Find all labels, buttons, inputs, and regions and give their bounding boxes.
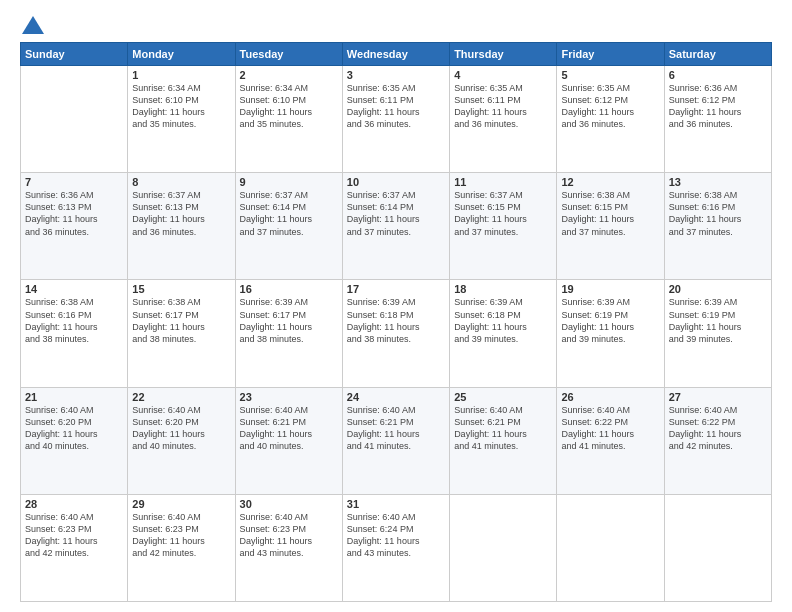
day-number: 2 xyxy=(240,69,338,81)
day-info: Sunrise: 6:37 AM Sunset: 6:14 PM Dayligh… xyxy=(347,189,445,238)
calendar-day-cell: 16Sunrise: 6:39 AM Sunset: 6:17 PM Dayli… xyxy=(235,280,342,387)
calendar-day-cell: 5Sunrise: 6:35 AM Sunset: 6:12 PM Daylig… xyxy=(557,66,664,173)
day-info: Sunrise: 6:35 AM Sunset: 6:11 PM Dayligh… xyxy=(454,82,552,131)
day-info: Sunrise: 6:37 AM Sunset: 6:13 PM Dayligh… xyxy=(132,189,230,238)
day-info: Sunrise: 6:40 AM Sunset: 6:20 PM Dayligh… xyxy=(132,404,230,453)
day-info: Sunrise: 6:40 AM Sunset: 6:23 PM Dayligh… xyxy=(240,511,338,560)
day-number: 12 xyxy=(561,176,659,188)
day-info: Sunrise: 6:40 AM Sunset: 6:21 PM Dayligh… xyxy=(347,404,445,453)
calendar-day-cell: 6Sunrise: 6:36 AM Sunset: 6:12 PM Daylig… xyxy=(664,66,771,173)
calendar-week-row: 7Sunrise: 6:36 AM Sunset: 6:13 PM Daylig… xyxy=(21,173,772,280)
calendar-week-row: 21Sunrise: 6:40 AM Sunset: 6:20 PM Dayli… xyxy=(21,387,772,494)
calendar-day-cell: 29Sunrise: 6:40 AM Sunset: 6:23 PM Dayli… xyxy=(128,494,235,601)
day-info: Sunrise: 6:40 AM Sunset: 6:21 PM Dayligh… xyxy=(454,404,552,453)
day-number: 21 xyxy=(25,391,123,403)
day-number: 20 xyxy=(669,283,767,295)
day-number: 27 xyxy=(669,391,767,403)
day-number: 13 xyxy=(669,176,767,188)
day-info: Sunrise: 6:40 AM Sunset: 6:22 PM Dayligh… xyxy=(561,404,659,453)
empty-cell xyxy=(557,494,664,601)
calendar-week-row: 28Sunrise: 6:40 AM Sunset: 6:23 PM Dayli… xyxy=(21,494,772,601)
day-number: 26 xyxy=(561,391,659,403)
day-number: 31 xyxy=(347,498,445,510)
day-number: 25 xyxy=(454,391,552,403)
day-number: 10 xyxy=(347,176,445,188)
day-info: Sunrise: 6:37 AM Sunset: 6:15 PM Dayligh… xyxy=(454,189,552,238)
calendar-day-cell: 22Sunrise: 6:40 AM Sunset: 6:20 PM Dayli… xyxy=(128,387,235,494)
day-info: Sunrise: 6:34 AM Sunset: 6:10 PM Dayligh… xyxy=(240,82,338,131)
calendar-day-cell: 21Sunrise: 6:40 AM Sunset: 6:20 PM Dayli… xyxy=(21,387,128,494)
day-number: 29 xyxy=(132,498,230,510)
header xyxy=(20,16,772,34)
calendar-day-cell: 12Sunrise: 6:38 AM Sunset: 6:15 PM Dayli… xyxy=(557,173,664,280)
calendar-day-cell: 18Sunrise: 6:39 AM Sunset: 6:18 PM Dayli… xyxy=(450,280,557,387)
calendar-day-cell: 28Sunrise: 6:40 AM Sunset: 6:23 PM Dayli… xyxy=(21,494,128,601)
day-number: 23 xyxy=(240,391,338,403)
calendar-day-cell: 30Sunrise: 6:40 AM Sunset: 6:23 PM Dayli… xyxy=(235,494,342,601)
day-info: Sunrise: 6:34 AM Sunset: 6:10 PM Dayligh… xyxy=(132,82,230,131)
calendar-day-cell: 7Sunrise: 6:36 AM Sunset: 6:13 PM Daylig… xyxy=(21,173,128,280)
day-number: 24 xyxy=(347,391,445,403)
calendar-day-cell: 24Sunrise: 6:40 AM Sunset: 6:21 PM Dayli… xyxy=(342,387,449,494)
day-number: 1 xyxy=(132,69,230,81)
calendar-day-cell: 15Sunrise: 6:38 AM Sunset: 6:17 PM Dayli… xyxy=(128,280,235,387)
calendar-day-cell: 8Sunrise: 6:37 AM Sunset: 6:13 PM Daylig… xyxy=(128,173,235,280)
day-info: Sunrise: 6:38 AM Sunset: 6:17 PM Dayligh… xyxy=(132,296,230,345)
day-number: 14 xyxy=(25,283,123,295)
calendar-day-cell: 13Sunrise: 6:38 AM Sunset: 6:16 PM Dayli… xyxy=(664,173,771,280)
day-info: Sunrise: 6:40 AM Sunset: 6:24 PM Dayligh… xyxy=(347,511,445,560)
calendar-day-cell: 1Sunrise: 6:34 AM Sunset: 6:10 PM Daylig… xyxy=(128,66,235,173)
day-info: Sunrise: 6:40 AM Sunset: 6:23 PM Dayligh… xyxy=(25,511,123,560)
calendar-table: SundayMondayTuesdayWednesdayThursdayFrid… xyxy=(20,42,772,602)
day-info: Sunrise: 6:36 AM Sunset: 6:12 PM Dayligh… xyxy=(669,82,767,131)
day-number: 8 xyxy=(132,176,230,188)
day-info: Sunrise: 6:37 AM Sunset: 6:14 PM Dayligh… xyxy=(240,189,338,238)
day-header-friday: Friday xyxy=(557,43,664,66)
day-info: Sunrise: 6:39 AM Sunset: 6:19 PM Dayligh… xyxy=(561,296,659,345)
day-header-sunday: Sunday xyxy=(21,43,128,66)
day-number: 28 xyxy=(25,498,123,510)
svg-marker-0 xyxy=(22,16,44,34)
calendar-header-row: SundayMondayTuesdayWednesdayThursdayFrid… xyxy=(21,43,772,66)
day-info: Sunrise: 6:39 AM Sunset: 6:18 PM Dayligh… xyxy=(454,296,552,345)
day-number: 9 xyxy=(240,176,338,188)
day-number: 16 xyxy=(240,283,338,295)
calendar-week-row: 1Sunrise: 6:34 AM Sunset: 6:10 PM Daylig… xyxy=(21,66,772,173)
page: SundayMondayTuesdayWednesdayThursdayFrid… xyxy=(0,0,792,612)
empty-cell xyxy=(664,494,771,601)
calendar-day-cell: 25Sunrise: 6:40 AM Sunset: 6:21 PM Dayli… xyxy=(450,387,557,494)
day-info: Sunrise: 6:38 AM Sunset: 6:16 PM Dayligh… xyxy=(25,296,123,345)
calendar-day-cell: 9Sunrise: 6:37 AM Sunset: 6:14 PM Daylig… xyxy=(235,173,342,280)
day-number: 22 xyxy=(132,391,230,403)
calendar-day-cell: 10Sunrise: 6:37 AM Sunset: 6:14 PM Dayli… xyxy=(342,173,449,280)
calendar-day-cell: 14Sunrise: 6:38 AM Sunset: 6:16 PM Dayli… xyxy=(21,280,128,387)
day-info: Sunrise: 6:40 AM Sunset: 6:22 PM Dayligh… xyxy=(669,404,767,453)
calendar-week-row: 14Sunrise: 6:38 AM Sunset: 6:16 PM Dayli… xyxy=(21,280,772,387)
calendar-day-cell: 27Sunrise: 6:40 AM Sunset: 6:22 PM Dayli… xyxy=(664,387,771,494)
day-header-saturday: Saturday xyxy=(664,43,771,66)
day-number: 18 xyxy=(454,283,552,295)
day-info: Sunrise: 6:40 AM Sunset: 6:21 PM Dayligh… xyxy=(240,404,338,453)
calendar-day-cell: 11Sunrise: 6:37 AM Sunset: 6:15 PM Dayli… xyxy=(450,173,557,280)
calendar-day-cell: 4Sunrise: 6:35 AM Sunset: 6:11 PM Daylig… xyxy=(450,66,557,173)
day-number: 5 xyxy=(561,69,659,81)
calendar-day-cell: 23Sunrise: 6:40 AM Sunset: 6:21 PM Dayli… xyxy=(235,387,342,494)
day-number: 19 xyxy=(561,283,659,295)
day-number: 4 xyxy=(454,69,552,81)
empty-cell xyxy=(450,494,557,601)
day-info: Sunrise: 6:40 AM Sunset: 6:20 PM Dayligh… xyxy=(25,404,123,453)
day-header-monday: Monday xyxy=(128,43,235,66)
calendar-day-cell: 20Sunrise: 6:39 AM Sunset: 6:19 PM Dayli… xyxy=(664,280,771,387)
day-info: Sunrise: 6:39 AM Sunset: 6:18 PM Dayligh… xyxy=(347,296,445,345)
calendar-day-cell: 31Sunrise: 6:40 AM Sunset: 6:24 PM Dayli… xyxy=(342,494,449,601)
day-number: 15 xyxy=(132,283,230,295)
empty-cell xyxy=(21,66,128,173)
day-info: Sunrise: 6:38 AM Sunset: 6:16 PM Dayligh… xyxy=(669,189,767,238)
day-header-wednesday: Wednesday xyxy=(342,43,449,66)
calendar-day-cell: 26Sunrise: 6:40 AM Sunset: 6:22 PM Dayli… xyxy=(557,387,664,494)
calendar-day-cell: 3Sunrise: 6:35 AM Sunset: 6:11 PM Daylig… xyxy=(342,66,449,173)
day-info: Sunrise: 6:39 AM Sunset: 6:19 PM Dayligh… xyxy=(669,296,767,345)
day-info: Sunrise: 6:40 AM Sunset: 6:23 PM Dayligh… xyxy=(132,511,230,560)
day-info: Sunrise: 6:36 AM Sunset: 6:13 PM Dayligh… xyxy=(25,189,123,238)
day-header-thursday: Thursday xyxy=(450,43,557,66)
